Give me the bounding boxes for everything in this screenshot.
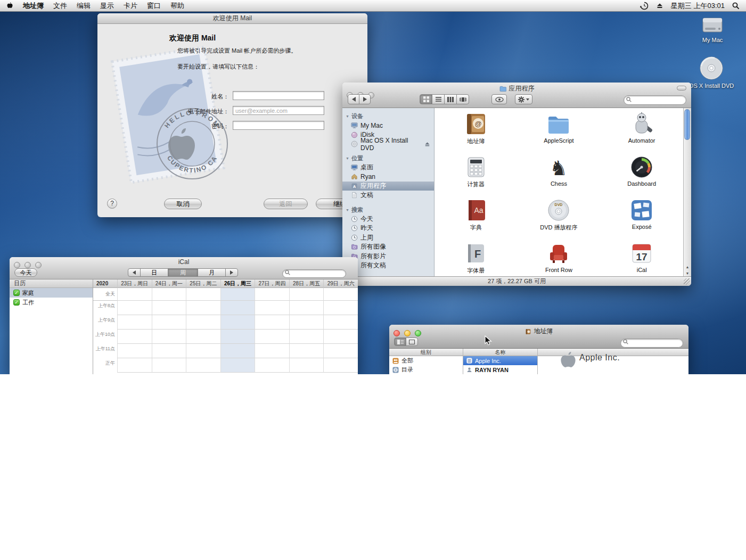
sidebar-item-past-week[interactable]: 上周 bbox=[342, 233, 434, 243]
search-section-header[interactable]: ▼搜索 bbox=[342, 204, 434, 215]
hour-cell[interactable] bbox=[117, 315, 152, 330]
sidebar-item-applications[interactable]: A应用程序 bbox=[342, 182, 434, 191]
day-header[interactable]: 28日，周五 bbox=[289, 279, 324, 288]
day-header[interactable]: 24日，周一 bbox=[152, 279, 186, 288]
places-section-header[interactable]: ▼位置 bbox=[342, 153, 434, 163]
hour-cell[interactable] bbox=[117, 301, 152, 315]
hour-cell[interactable] bbox=[152, 330, 186, 344]
ical-search-input[interactable] bbox=[282, 269, 346, 278]
eject-icon[interactable] bbox=[424, 141, 431, 147]
calendar-home[interactable]: ✓家庭 bbox=[10, 288, 93, 298]
finder-titlebar[interactable]: 应用程序 bbox=[342, 83, 691, 108]
list-view-button[interactable] bbox=[432, 94, 445, 104]
desktop[interactable]: 欢迎使用 Mail bbox=[0, 0, 746, 374]
next-week-button[interactable] bbox=[225, 268, 238, 277]
menu-edit[interactable]: 编辑 bbox=[77, 1, 91, 11]
group-column-header[interactable]: 组别 bbox=[389, 349, 463, 356]
quicklook-button[interactable] bbox=[491, 94, 507, 104]
all-day-cell-selected[interactable] bbox=[220, 288, 255, 301]
time-machine-menu-extra[interactable] bbox=[640, 2, 649, 10]
devices-section-header[interactable]: ▼设备 bbox=[342, 111, 434, 121]
group-directories[interactable]: 目录 bbox=[389, 365, 463, 374]
calendar-work[interactable]: ✓工作 bbox=[10, 298, 93, 307]
menu-view[interactable]: 显示 bbox=[100, 1, 114, 11]
app-address-book[interactable]: @ 地址簿 bbox=[435, 109, 518, 152]
column-card-view-button[interactable] bbox=[394, 337, 406, 346]
vertical-scrollbar[interactable]: ▲▼ bbox=[683, 108, 691, 276]
app-calculator[interactable]: 计算器 bbox=[435, 152, 518, 195]
hour-cell[interactable] bbox=[323, 301, 358, 315]
scroll-up-arrow[interactable]: ▲ bbox=[686, 265, 690, 269]
sidebar-item-desktop[interactable]: 桌面 bbox=[342, 163, 434, 172]
back-button[interactable]: 返回 bbox=[264, 199, 308, 209]
hour-cell[interactable] bbox=[186, 315, 220, 330]
day-header-selected[interactable]: 26日，周三 bbox=[220, 279, 255, 288]
app-dashboard[interactable]: Dashboard bbox=[600, 152, 683, 195]
name-column-header[interactable]: 名称 bbox=[463, 349, 537, 356]
group-all[interactable]: 全部 bbox=[389, 356, 463, 365]
coverflow-view-button[interactable] bbox=[456, 94, 469, 104]
eject-menu-extra[interactable] bbox=[656, 2, 663, 9]
sidebar-item-home[interactable]: Ryan bbox=[342, 172, 434, 182]
day-header[interactable]: 23日，周日 bbox=[117, 279, 152, 288]
resize-grip[interactable] bbox=[684, 278, 690, 285]
app-front-row[interactable]: Front Row bbox=[518, 238, 601, 276]
cancel-button[interactable]: 取消 bbox=[164, 199, 202, 209]
scrollbar-thumb[interactable] bbox=[684, 109, 690, 140]
contact-rayn-ryan[interactable]: RAYN RYAN bbox=[463, 365, 537, 374]
hour-cell[interactable] bbox=[186, 358, 220, 373]
name-input[interactable] bbox=[233, 91, 324, 100]
hour-cell[interactable] bbox=[255, 330, 289, 344]
all-day-cell[interactable] bbox=[289, 288, 324, 301]
hour-cell[interactable] bbox=[289, 344, 324, 358]
today-button[interactable]: 今天 bbox=[14, 268, 37, 277]
hour-cell[interactable] bbox=[186, 301, 220, 315]
email-input[interactable] bbox=[233, 106, 324, 115]
hour-cell[interactable] bbox=[117, 344, 152, 358]
hour-cell[interactable] bbox=[323, 358, 358, 373]
sidebar-item-all-images[interactable]: 所有图像 bbox=[342, 242, 434, 252]
sidebar-item-yesterday[interactable]: 昨天 bbox=[342, 224, 434, 233]
all-day-cell[interactable] bbox=[186, 288, 220, 301]
day-header[interactable]: 27日，周四 bbox=[255, 279, 289, 288]
hour-cell[interactable] bbox=[255, 344, 289, 358]
column-view-button[interactable] bbox=[444, 94, 457, 104]
app-font-book[interactable]: F 字体册 bbox=[435, 238, 518, 276]
address-book-titlebar[interactable]: 地址簿 bbox=[389, 325, 688, 349]
finder-search-input[interactable] bbox=[624, 95, 686, 105]
hour-cell[interactable] bbox=[186, 330, 220, 344]
sidebar-item-documents[interactable]: 文稿 bbox=[342, 191, 434, 200]
active-app-menu[interactable]: 地址簿 bbox=[23, 1, 44, 11]
spotlight-menu-extra[interactable] bbox=[732, 2, 740, 10]
hour-cell[interactable] bbox=[323, 330, 358, 344]
month-view-button[interactable]: 月 bbox=[198, 268, 226, 277]
help-button[interactable]: ? bbox=[107, 199, 117, 209]
checkbox-checked-icon[interactable]: ✓ bbox=[13, 290, 20, 296]
previous-week-button[interactable] bbox=[128, 268, 141, 277]
app-dvd-player[interactable]: DVD DVD 播放程序 bbox=[518, 195, 601, 238]
address-book-search-input[interactable] bbox=[620, 339, 683, 348]
hour-cell[interactable] bbox=[323, 344, 358, 358]
sidebar-item-mymac[interactable]: My Mac bbox=[342, 121, 434, 130]
hour-cell-selected[interactable] bbox=[220, 330, 255, 344]
hour-cell[interactable] bbox=[323, 315, 358, 330]
checkbox-checked-icon[interactable]: ✓ bbox=[13, 299, 20, 306]
all-day-cell[interactable] bbox=[152, 288, 186, 301]
hour-cell[interactable] bbox=[289, 301, 324, 315]
sidebar-item-today[interactable]: 今天 bbox=[342, 215, 434, 224]
scroll-down-arrow[interactable]: ▼ bbox=[686, 271, 690, 275]
week-view-button[interactable]: 周 bbox=[168, 268, 198, 277]
menu-help[interactable]: 帮助 bbox=[170, 1, 184, 11]
app-chess[interactable]: ♞ Chess bbox=[518, 152, 601, 195]
hour-cell[interactable] bbox=[255, 358, 289, 373]
hour-cell[interactable] bbox=[289, 358, 324, 373]
hour-cell-selected[interactable] bbox=[220, 315, 255, 330]
hour-cell[interactable] bbox=[152, 315, 186, 330]
menu-card[interactable]: 卡片 bbox=[124, 1, 137, 11]
desktop-icon-install-dvd[interactable]: OS X Install DVD bbox=[690, 55, 733, 89]
sidebar-item-install-dvd[interactable]: Mac OS X Install DVD bbox=[342, 139, 434, 149]
hour-cell[interactable] bbox=[186, 344, 220, 358]
hour-cell[interactable] bbox=[289, 315, 324, 330]
all-day-cell[interactable] bbox=[323, 288, 358, 301]
back-nav-button[interactable] bbox=[348, 94, 359, 104]
